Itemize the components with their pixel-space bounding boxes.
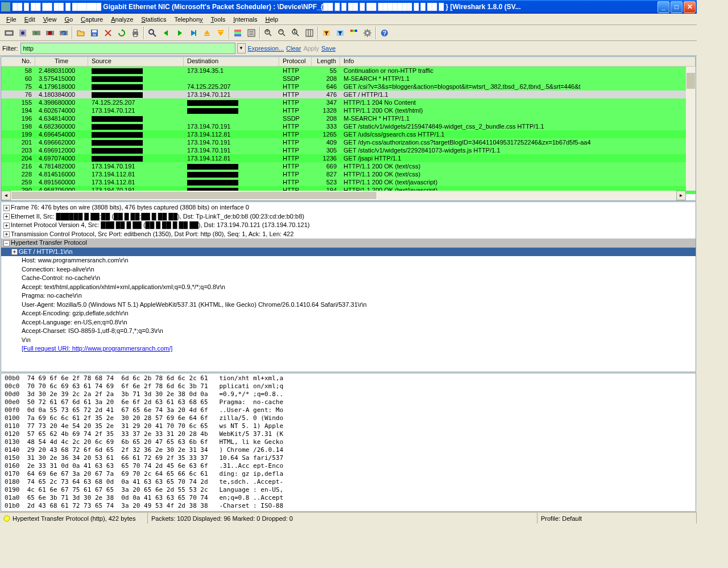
- col-protocol[interactable]: Protocol: [279, 57, 312, 66]
- svg-rect-27: [234, 32, 241, 34]
- menu-view[interactable]: View: [39, 15, 61, 24]
- reload-button[interactable]: [115, 27, 128, 39]
- menu-edit[interactable]: Edit: [20, 15, 39, 24]
- menu-capture[interactable]: Capture: [77, 15, 107, 24]
- packet-row[interactable]: 2284.814516000173.194.112.81HTTP827HTTP/…: [1, 170, 696, 178]
- tree-tcp[interactable]: +Transmission Control Protocol, Src Port…: [1, 230, 696, 239]
- resize-columns-button[interactable]: [303, 27, 316, 39]
- tree-http-crlf[interactable]: \r\n: [1, 336, 696, 345]
- filter-input[interactable]: [23, 45, 233, 52]
- tree-http-accept-language[interactable]: Accept-Language: en-US,en;q=0.8\r\n: [1, 318, 696, 327]
- tree-ethernet[interactable]: +Ethernet II, Src: ██████ █ ██:██ (██ █ …: [1, 212, 696, 221]
- zoom-in-button[interactable]: +: [262, 27, 275, 39]
- packet-row[interactable]: 603.575415000SSDP208M-SEARCH * HTTP/1.1: [1, 75, 696, 83]
- col-source[interactable]: Source: [88, 57, 184, 66]
- menu-go[interactable]: Go: [60, 15, 77, 24]
- packet-bytes-pane[interactable]: 00b0 74 69 6f 6e 2f 78 68 74 6d 6c 2b 78…: [1, 373, 696, 512]
- tree-http-full-uri[interactable]: [Full request URI: http://www.programmer…: [1, 344, 696, 353]
- tree-ip[interactable]: +Internet Protocol Version 4, Src: ███ █…: [1, 221, 696, 230]
- zoom-out-button[interactable]: −: [276, 27, 288, 39]
- stop-capture-button[interactable]: [44, 27, 56, 39]
- menu-file[interactable]: File: [2, 15, 20, 24]
- go-forward-button[interactable]: [173, 27, 186, 39]
- go-first-button[interactable]: [201, 27, 213, 39]
- packet-details-pane[interactable]: +Frame 76: 476 bytes on wire (3808 bits)…: [1, 201, 696, 372]
- status-pane-context[interactable]: Hypertext Transfer Protocol (http), 422 …: [0, 513, 148, 524]
- menu-statistics[interactable]: Statistics: [137, 15, 170, 24]
- menu-telephony[interactable]: Telephony: [170, 15, 206, 24]
- packet-row[interactable]: 1554.39868000074.125.225.207HTTP347HTTP/…: [1, 98, 696, 106]
- status-pane-profile[interactable]: Profile: Default: [537, 513, 697, 524]
- tree-http-accept[interactable]: Accept: text/html,application/xhtml+xml,…: [1, 283, 696, 292]
- coloring-rules-button[interactable]: [348, 27, 360, 39]
- tree-http-host[interactable]: Host: www.programmersranch.com\r\n: [1, 256, 696, 265]
- tree-frame[interactable]: +Frame 76: 476 bytes on wire (3808 bits)…: [1, 203, 696, 212]
- tree-http-pragma[interactable]: Pragma: no-cache\r\n: [1, 291, 696, 301]
- packet-row[interactable]: 2014.696662000173.194.70.191HTTP409GET /…: [1, 138, 696, 146]
- go-to-packet-button[interactable]: [187, 27, 200, 39]
- col-info[interactable]: Info: [340, 57, 696, 66]
- packet-row[interactable]: 1944.602674000173.194.70.121HTTP1328HTTP…: [1, 106, 696, 114]
- go-last-button[interactable]: [214, 27, 227, 39]
- preferences-button[interactable]: [361, 27, 374, 39]
- packet-row[interactable]: 754.17961800074.125.225.207HTTP646GET /c…: [1, 83, 696, 90]
- print-button[interactable]: [129, 27, 142, 39]
- packet-row[interactable]: 2594.891560000173.194.112.81HTTP523HTTP/…: [1, 178, 696, 186]
- interfaces-button[interactable]: [3, 27, 15, 39]
- packet-list-body[interactable]: 582.488031000173.194.35.1HTTP55Continuat…: [1, 67, 696, 194]
- tree-http[interactable]: −Hypertext Transfer Protocol: [1, 238, 696, 248]
- tree-http-accept-encoding[interactable]: Accept-Encoding: gzip,deflate,sdch\r\n: [1, 309, 696, 318]
- menu-internals[interactable]: Internals: [229, 15, 261, 24]
- filter-expression-link[interactable]: Expression...: [248, 45, 284, 52]
- packet-row[interactable]: 1984.682360000173.194.70.191HTTP333GET /…: [1, 122, 696, 130]
- tree-http-useragent[interactable]: User-Agent: Mozilla/5.0 (Windows NT 5.1)…: [1, 301, 696, 310]
- filter-save-link[interactable]: Save: [321, 45, 336, 52]
- svg-rect-28: [234, 34, 241, 36]
- zoom-100-button[interactable]: 1: [289, 27, 302, 39]
- menu-help[interactable]: Help: [261, 15, 282, 24]
- open-button[interactable]: [75, 27, 87, 39]
- packet-row[interactable]: 2044.697074000173.194.112.81HTTP1236GET …: [1, 154, 696, 162]
- packet-row[interactable]: 1994.696454000173.194.112.81HTTP1265GET …: [1, 130, 696, 138]
- svg-line-34: [269, 34, 271, 36]
- menu-analyze[interactable]: Analyze: [107, 15, 137, 24]
- filter-clear-link[interactable]: Clear: [286, 45, 301, 52]
- start-capture-button[interactable]: [30, 27, 43, 39]
- options-button[interactable]: [16, 27, 29, 39]
- packet-row[interactable]: 1964.634814000SSDP208M-SEARCH * HTTP/1.1: [1, 114, 696, 122]
- restart-capture-button[interactable]: [57, 27, 70, 39]
- tree-http-connection[interactable]: Connection: keep-alive\r\n: [1, 265, 696, 274]
- minimize-button[interactable]: _: [657, 1, 669, 13]
- svg-line-37: [283, 34, 285, 36]
- capture-filters-button[interactable]: [320, 27, 333, 39]
- col-time[interactable]: Time: [35, 57, 88, 66]
- packet-list-vscroll[interactable]: [686, 67, 696, 191]
- save-button[interactable]: [88, 27, 101, 39]
- packet-row[interactable]: 2034.696912000173.194.70.191HTTP305GET /…: [1, 146, 696, 154]
- svg-rect-1: [6, 32, 12, 34]
- display-filters-button[interactable]: [334, 27, 346, 39]
- find-button[interactable]: [146, 27, 159, 39]
- packet-list-hscroll[interactable]: ◄►: [1, 191, 686, 200]
- packet-row[interactable]: 582.488031000173.194.35.1HTTP55Continuat…: [1, 67, 696, 75]
- packet-row[interactable]: 2164.781482000173.194.70.191HTTP669HTTP/…: [1, 162, 696, 170]
- help-button[interactable]: ?: [378, 27, 391, 39]
- tree-http-cache-control[interactable]: Cache-Control: no-cache\r\n: [1, 274, 696, 283]
- menu-tools[interactable]: Tools: [207, 15, 230, 24]
- col-no[interactable]: No.: [1, 57, 35, 66]
- maximize-button[interactable]: □: [671, 1, 682, 13]
- filter-apply-link[interactable]: Apply: [303, 45, 319, 52]
- colorize-button[interactable]: [231, 27, 244, 39]
- go-back-button[interactable]: [160, 27, 172, 39]
- col-length[interactable]: Length: [312, 57, 340, 66]
- svg-marker-22: [204, 30, 210, 34]
- tree-http-accept-charset[interactable]: Accept-Charset: ISO-8859-1,utf-8;q=0.7,*…: [1, 327, 696, 336]
- auto-scroll-button[interactable]: [245, 27, 258, 39]
- col-destination[interactable]: Destination: [184, 57, 279, 66]
- tree-http-request-line[interactable]: +GET / HTTP/1.1\r\n: [1, 248, 696, 257]
- filter-dropdown[interactable]: ▼: [237, 43, 246, 53]
- close-button[interactable]: ✕: [684, 1, 696, 13]
- svg-rect-15: [134, 34, 137, 36]
- packet-row[interactable]: 764.180384000173.194.70.121HTTP476GET / …: [1, 90, 696, 98]
- close-file-button[interactable]: [102, 27, 114, 39]
